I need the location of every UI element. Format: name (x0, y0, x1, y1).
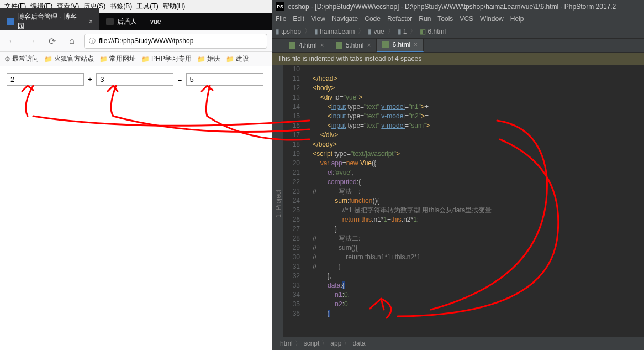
code-line: 17 </div> (283, 130, 644, 140)
ide-menu-item[interactable]: VCS (460, 15, 473, 23)
url-text: file:///D:/phpStudy/WWW/tpshop (99, 37, 193, 45)
line-number: 13 (283, 93, 305, 102)
ide-menu-item[interactable]: Window (480, 15, 504, 23)
code-line: 34 n1:0, (283, 290, 644, 300)
browser-tab[interactable]: 后盾人 (99, 13, 144, 31)
firefox-menu-item[interactable]: 工具(T) (135, 2, 159, 11)
ide-menu-item[interactable]: Refactor (387, 15, 412, 23)
bookmark-item[interactable]: 📁 PHP学习专用 (141, 54, 192, 64)
code-line: 33 data:{ (283, 281, 644, 290)
phpstorm-window: PS ecshop - [D:\phpStudy\WWW\ecshop] - D… (272, 0, 644, 350)
home-icon[interactable]: ⌂ (64, 33, 80, 49)
code-text: // } (305, 262, 644, 271)
line-number: 30 (283, 253, 305, 262)
line-number: 14 (283, 102, 305, 112)
code-line: 20 var app=new Vue({ (283, 159, 644, 168)
line-number: 16 (283, 121, 305, 130)
file-tab-name: 6.html (392, 41, 410, 49)
ide-menu-item[interactable]: Help (510, 15, 524, 23)
line-number: 28 (283, 234, 305, 243)
bookmark-item[interactable]: 📁 火狐官方站点 (44, 54, 94, 64)
code-line: 12 <body> (283, 83, 644, 93)
code-line: 35 n2:0 (283, 300, 644, 309)
firefox-menu-item[interactable]: 帮助(H) (162, 2, 187, 11)
ide-menu-item[interactable]: Code (365, 15, 381, 23)
html-file-icon (289, 42, 295, 49)
code-text: </div> (305, 130, 644, 140)
line-number: 10 (283, 65, 305, 74)
folder-icon: ▮ (276, 28, 279, 35)
file-tab[interactable]: 5.html × (330, 39, 377, 51)
reload-icon[interactable]: ⟳ (44, 33, 60, 49)
line-number: 29 (283, 243, 305, 253)
ide-structure-breadcrumbs: html〉script〉app〉data (272, 337, 644, 350)
browser-tab[interactable]: vue (144, 13, 167, 30)
crumb-item[interactable]: ▮tpshop (276, 28, 301, 35)
input-n2[interactable] (96, 73, 173, 86)
url-bar[interactable]: ⓘ file:///D:/phpStudy/WWW/tpshop (84, 34, 267, 49)
close-icon[interactable]: × (367, 41, 371, 49)
bookmark-item[interactable]: 📁 建设 (226, 54, 249, 64)
crumb-item[interactable]: ▮vue (368, 28, 384, 35)
firefox-tabstrip: 博客后台管理 - 博客园 × 后盾人 vue (0, 13, 272, 30)
code-text: //*1 是把字符串转为数字型 用this会从data里找变量 (305, 206, 644, 215)
struct-crumb[interactable]: script (304, 339, 320, 347)
firefox-menu-item[interactable]: 书签(B) (109, 2, 133, 11)
bookmark-item[interactable]: ⚙ 最常访问 (4, 54, 39, 64)
code-editor[interactable]: 10 11 </head> 12 <body> 13 <div id="vue"… (283, 65, 644, 337)
struct-crumb[interactable]: html (280, 339, 293, 347)
chevron-right-icon: 〉 (304, 27, 311, 36)
crumb-item[interactable]: ◧6.html (420, 28, 446, 35)
ide-tool-gutter: 1: Project2: Structure2: Favorites (272, 65, 283, 337)
code-line: 27 } (283, 224, 644, 234)
code-line: 14 <input type="text" v-model="n1">+ (283, 102, 644, 112)
line-number: 32 (283, 271, 305, 281)
close-icon[interactable]: × (414, 41, 418, 49)
ide-menu-item[interactable]: File (276, 15, 286, 23)
code-line: 25 //*1 是把字符串转为数字型 用this会从data里找变量 (283, 206, 644, 215)
ide-menu-item[interactable]: Edit (293, 15, 304, 23)
crumb-item[interactable]: ▮haimaLearn (314, 28, 355, 35)
folder-icon: ▮ (398, 28, 402, 35)
file-tab-name: 5.html (346, 41, 364, 49)
line-number: 34 (283, 290, 305, 300)
phpstorm-logo-icon: PS (276, 2, 284, 11)
favicon-icon (7, 18, 14, 25)
ide-title: ecshop - [D:\phpStudy\WWW\ecshop] - D:\p… (288, 3, 616, 11)
ide-menu-item[interactable]: View (311, 15, 325, 23)
back-icon[interactable]: ← (4, 33, 20, 49)
folder-icon: ▮ (314, 28, 318, 35)
equals-label: = (178, 75, 182, 83)
code-text: el:'#vue', (305, 168, 644, 177)
ide-menu-item[interactable]: Navigate (332, 15, 358, 23)
code-text: n2:0 (305, 300, 644, 309)
bookmark-item[interactable]: 📁 婚庆 (197, 54, 220, 64)
close-icon[interactable]: × (320, 41, 324, 49)
input-sum[interactable] (186, 73, 263, 86)
code-line: 32 }, (283, 271, 644, 281)
tool-window-tab[interactable]: 1: Project (273, 186, 283, 221)
html-file-icon (336, 42, 342, 49)
ide-body: 1: Project2: Structure2: Favorites 10 11… (272, 65, 644, 337)
bookmark-label: 建设 (236, 54, 249, 64)
code-text (305, 65, 644, 74)
struct-crumb[interactable]: data (352, 339, 365, 347)
line-number: 26 (283, 215, 305, 224)
indent-warning-banner[interactable]: This file is indented with tabs instead … (272, 53, 644, 65)
code-line: 31 // } (283, 262, 644, 271)
ide-menu-item[interactable]: Tools (437, 15, 453, 23)
crumb-item[interactable]: ▮1 (398, 28, 407, 35)
file-tab[interactable]: 6.html × (377, 39, 424, 52)
file-tab-name: 4.html (299, 41, 317, 49)
code-line: 18 </body> (283, 140, 644, 149)
forward-icon: → (24, 33, 40, 49)
close-icon[interactable]: × (89, 18, 93, 25)
folder-icon: 📁 (226, 55, 234, 63)
ide-menu-item[interactable]: Run (419, 15, 431, 23)
code-text: <div id="vue"> (305, 93, 644, 102)
bookmark-item[interactable]: 📁 常用网址 (99, 54, 136, 64)
struct-crumb[interactable]: app (330, 339, 341, 347)
input-n1[interactable] (7, 73, 84, 86)
ide-path-breadcrumbs: ▮tpshop 〉 ▮haimaLearn 〉 ▮vue 〉 ▮1 〉 ◧6.h… (272, 24, 644, 39)
file-tab[interactable]: 4.html × (283, 39, 330, 51)
